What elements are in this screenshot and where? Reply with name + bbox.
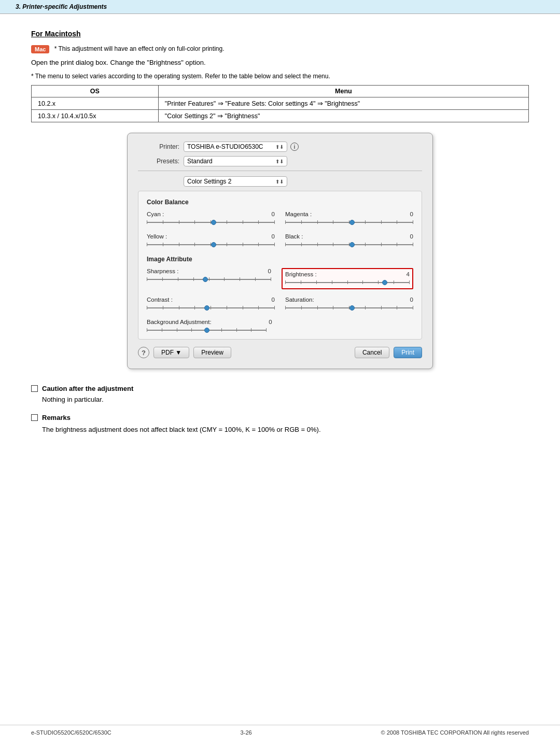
os-col-header: OS (32, 86, 159, 97)
cyan-thumb[interactable] (211, 220, 216, 225)
dropdown-value: Color Settings 2 (187, 178, 231, 185)
sharpness-slider-col: Sharpness : 0 (147, 268, 271, 283)
help-button[interactable]: ? (138, 347, 149, 358)
sharpness-ticks (147, 277, 271, 281)
brightness-header: Brightness : 4 (285, 271, 410, 277)
sharpness-thumb[interactable] (203, 277, 208, 282)
brightness-value: 4 (407, 271, 410, 277)
dropdown-row: Color Settings 2 ⬆⬇ (138, 176, 422, 187)
dropdown-arrow-icon: ⬆⬇ (275, 179, 284, 185)
sharpness-line (147, 279, 271, 280)
contrast-thumb[interactable] (204, 305, 209, 311)
printer-arrow-icon: ⬆⬇ (275, 144, 284, 150)
background-track[interactable] (147, 327, 267, 334)
footer-left: ? PDF ▼ Preview (138, 347, 231, 358)
background-header: Background Adjustment: 0 (147, 319, 272, 325)
contrast-ticks (147, 306, 275, 309)
pdf-label: PDF ▼ (161, 349, 181, 356)
brightness-track[interactable] (285, 279, 410, 286)
menu-value-1: "Printer Features" ⇒ "Feature Sets: Colo… (158, 97, 528, 110)
sharpness-track[interactable] (147, 276, 271, 283)
magenta-thumb[interactable] (349, 220, 355, 225)
cancel-button[interactable]: Cancel (355, 347, 389, 358)
contrast-label: Contrast : (147, 297, 173, 303)
contrast-track[interactable] (147, 304, 275, 312)
saturation-line (285, 307, 413, 308)
saturation-label: Saturation: (285, 297, 314, 303)
yellow-slider-col: Yellow : 0 (147, 233, 275, 248)
black-slider-col: Black : 0 (285, 233, 413, 248)
color-settings-select[interactable]: Color Settings 2 ⬆⬇ (184, 176, 287, 187)
black-thumb[interactable] (349, 242, 355, 247)
caution-title-text: Caution after the adjustment (42, 385, 133, 392)
brightness-thumb[interactable] (382, 280, 387, 285)
color-settings-box: Color Balance Cyan : 0 (138, 191, 422, 340)
black-label: Black : (285, 233, 303, 240)
contrast-value: 0 (272, 297, 275, 303)
pdf-button[interactable]: PDF ▼ (153, 347, 189, 358)
presets-row: Presets: Standard ⬆⬇ (138, 156, 422, 166)
caution-title: Caution after the adjustment (31, 385, 529, 392)
background-section: Background Adjustment: 0 (147, 319, 413, 334)
background-thumb[interactable] (204, 328, 209, 333)
os-table: OS Menu 10.2.x "Printer Features" ⇒ "Fea… (31, 85, 529, 122)
print-button[interactable]: Print (394, 347, 422, 358)
table-row: 10.2.x "Printer Features" ⇒ "Feature Set… (32, 97, 529, 110)
cyan-magenta-row: Cyan : 0 (147, 211, 413, 226)
chapter-title: 3. Printer-specific Adjustments (16, 3, 107, 10)
magenta-header: Magenta : 0 (285, 211, 413, 217)
background-line (147, 330, 267, 331)
color-balance-label: Color Balance (147, 199, 413, 206)
magenta-value: 0 (410, 211, 413, 217)
printer-select[interactable]: TOSHIBA e-STUDIO6530C ⬆⬇ (184, 142, 287, 152)
magenta-label: Magenta : (285, 211, 312, 217)
yellow-thumb[interactable] (211, 242, 216, 247)
cyan-line (147, 222, 275, 223)
presets-select[interactable]: Standard ⬆⬇ (184, 156, 287, 166)
sharpness-label: Sharpness : (147, 268, 178, 274)
separator (138, 171, 422, 171)
yellow-track[interactable] (147, 241, 275, 248)
footer-right: Cancel Print (355, 347, 422, 358)
brightness-slider-col: Brightness : 4 (282, 268, 413, 289)
cyan-slider-col: Cyan : 0 (147, 211, 275, 226)
footer-copyright: © 2008 TOSHIBA TEC CORPORATION All right… (381, 729, 529, 736)
mac-badge: Mac (31, 45, 49, 53)
presets-value: Standard (187, 158, 213, 165)
yellow-line (147, 244, 275, 245)
print-dialog: Printer: TOSHIBA e-STUDIO6530C ⬆⬇ i Pres… (127, 133, 433, 369)
table-row: 10.3.x / 10.4.x/10.5x "Color Settings 2"… (32, 110, 529, 122)
saturation-slider-col: Saturation: 0 (285, 297, 413, 312)
caution-text: Nothing in particular. (42, 396, 529, 403)
black-value: 0 (410, 233, 413, 240)
sharpness-brightness-row: Sharpness : 0 (147, 268, 413, 289)
info-icon[interactable]: i (290, 143, 299, 151)
footer-model: e-STUDIO5520C/6520C/6530C (31, 729, 111, 736)
page-header: 3. Printer-specific Adjustments (0, 0, 560, 14)
background-label: Background Adjustment: (147, 319, 212, 325)
contrast-slider-col: Contrast : 0 (147, 297, 275, 312)
printer-value: TOSHIBA e-STUDIO6530C (187, 143, 263, 150)
mac-note-line: Mac * This adjustment will have an effec… (31, 45, 529, 53)
contrast-header: Contrast : 0 (147, 297, 275, 303)
saturation-track[interactable] (285, 304, 413, 312)
cyan-header: Cyan : 0 (147, 211, 275, 217)
yellow-black-row: Yellow : 0 (147, 233, 413, 248)
caution-section: Caution after the adjustment Nothing in … (31, 385, 529, 403)
remarks-section: Remarks The brightness adjustment does n… (31, 414, 529, 433)
footer-page: 3-26 (241, 729, 252, 736)
yellow-header: Yellow : 0 (147, 233, 275, 240)
dialog-footer: ? PDF ▼ Preview Cancel Print (138, 347, 422, 358)
presets-arrow-icon: ⬆⬇ (275, 159, 284, 164)
magenta-track[interactable] (285, 219, 413, 226)
cyan-track[interactable] (147, 219, 275, 226)
preview-button[interactable]: Preview (193, 347, 231, 358)
black-track[interactable] (285, 241, 413, 248)
sharpness-value: 0 (268, 268, 271, 274)
remarks-text: The brightness adjustment does not affec… (42, 426, 529, 433)
menu-col-header: Menu (158, 86, 528, 97)
printer-select-group: TOSHIBA e-STUDIO6530C ⬆⬇ i (184, 142, 299, 152)
saturation-header: Saturation: 0 (285, 297, 413, 303)
saturation-thumb[interactable] (349, 305, 355, 311)
sharpness-header: Sharpness : 0 (147, 268, 271, 274)
